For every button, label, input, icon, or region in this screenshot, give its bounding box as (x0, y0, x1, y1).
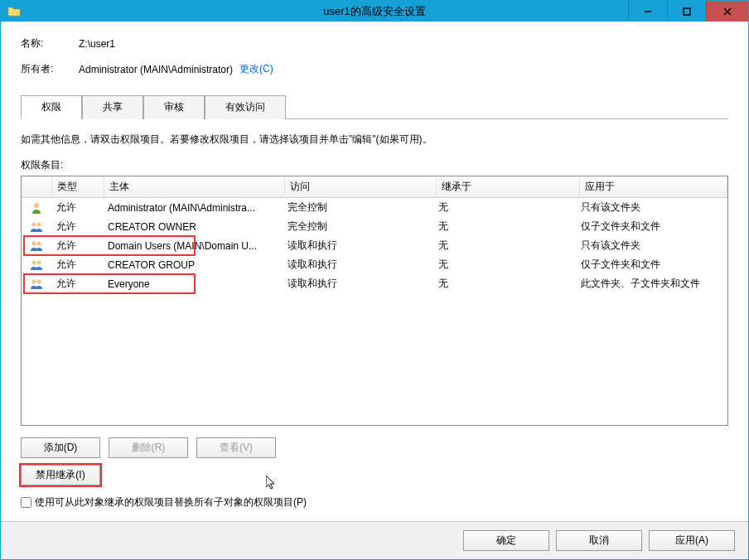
tab-share[interactable]: 共享 (82, 95, 143, 119)
row-access: 完全控制 (283, 199, 433, 216)
change-owner-link[interactable]: 更改(C) (239, 62, 273, 76)
window-title: user1的高级安全设置 (1, 4, 748, 19)
row-access: 读取和执行 (283, 275, 433, 292)
svg-point-4 (34, 203, 39, 208)
permission-grid: 类型 主体 访问 继承于 应用于 允许Administrator (MAIN\A… (21, 176, 728, 426)
tab-audit[interactable]: 审核 (143, 95, 205, 119)
tab-effective-access[interactable]: 有效访问 (205, 95, 286, 119)
grid-body: 允许Administrator (MAIN\Administra...完全控制无… (22, 198, 727, 293)
row-inherited-from: 无 (433, 199, 576, 216)
owner-row: 所有者: Administrator (MAIN\Administrator) … (21, 62, 728, 76)
user-icon (22, 200, 51, 216)
ok-button[interactable]: 确定 (463, 530, 549, 551)
apply-button[interactable]: 应用(A) (649, 530, 735, 551)
content-area: 名称: Z:\user1 所有者: Administrator (MAIN\Ad… (1, 22, 748, 521)
view-button: 查看(V) (196, 437, 276, 458)
row-access: 读取和执行 (283, 256, 433, 273)
row-principal: Domain Users (MAIN\Domain U... (103, 239, 283, 253)
svg-point-12 (37, 279, 41, 283)
row-principal: Administrator (MAIN\Administra... (103, 200, 283, 215)
row-applies-to: 此文件夹、子文件夹和文件 (576, 275, 727, 292)
col-applies-to[interactable]: 应用于 (580, 176, 727, 197)
row-type: 允许 (51, 275, 103, 292)
row-inherited-from: 无 (433, 256, 576, 273)
row-type: 允许 (51, 218, 103, 235)
svg-point-7 (32, 241, 36, 245)
name-label: 名称: (21, 36, 79, 51)
row-type: 允许 (51, 199, 103, 216)
tab-strip: 权限 共享 审核 有效访问 (21, 94, 728, 119)
bottom-bar: 确定 取消 应用(A) (1, 521, 748, 559)
row-type: 允许 (51, 256, 103, 273)
svg-point-10 (37, 260, 41, 264)
hint-text: 如需其他信息，请双击权限项目。若要修改权限项目，请选择该项目并单击"编辑"(如果… (21, 133, 728, 147)
group-icon (22, 276, 51, 292)
disable-inheritance-button[interactable]: 禁用继承(I) (21, 465, 100, 485)
svg-point-11 (32, 279, 36, 283)
row-principal: CREATOR OWNER (103, 220, 283, 234)
add-button[interactable]: 添加(D) (21, 437, 100, 458)
row-applies-to: 仅子文件夹和文件 (576, 256, 727, 273)
owner-label: 所有者: (21, 62, 79, 76)
col-type[interactable]: 类型 (52, 176, 104, 197)
group-icon (22, 257, 51, 273)
row-access: 读取和执行 (283, 237, 433, 254)
col-inherited-from[interactable]: 继承于 (437, 176, 580, 197)
table-row[interactable]: 允许CREATOR OWNER完全控制无仅子文件夹和文件 (22, 217, 727, 236)
col-icon[interactable] (22, 176, 52, 197)
row-type: 允许 (51, 237, 103, 254)
replace-child-permissions-checkbox[interactable] (21, 497, 31, 508)
col-principal[interactable]: 主体 (104, 176, 285, 197)
svg-point-8 (37, 241, 41, 245)
cancel-button[interactable]: 取消 (556, 530, 642, 551)
security-settings-window: user1的高级安全设置 名称: Z:\user1 所有者: Administr… (0, 0, 749, 560)
table-row[interactable]: 允许Domain Users (MAIN\Domain U...读取和执行无只有… (22, 236, 727, 255)
row-applies-to: 仅子文件夹和文件 (576, 218, 727, 235)
table-row[interactable]: 允许Everyone读取和执行无此文件夹、子文件夹和文件 (22, 274, 727, 293)
tab-permissions[interactable]: 权限 (21, 95, 82, 119)
remove-button: 删除(R) (109, 437, 188, 458)
name-value: Z:\user1 (79, 38, 115, 50)
row-principal: CREATOR GROUP (103, 258, 283, 273)
group-icon (22, 238, 51, 254)
row-applies-to: 只有该文件夹 (576, 237, 727, 254)
row-access: 完全控制 (283, 218, 433, 235)
table-row[interactable]: 允许Administrator (MAIN\Administra...完全控制无… (22, 198, 727, 217)
entries-label: 权限条目: (21, 158, 728, 172)
row-principal: Everyone (103, 277, 283, 292)
col-access[interactable]: 访问 (285, 176, 437, 197)
owner-value: Administrator (MAIN\Administrator) (79, 64, 233, 75)
row-applies-to: 只有该文件夹 (576, 199, 727, 216)
grid-header: 类型 主体 访问 继承于 应用于 (22, 176, 727, 198)
row-inherited-from: 无 (433, 237, 576, 254)
name-row: 名称: Z:\user1 (21, 36, 728, 51)
svg-point-5 (32, 222, 36, 226)
group-icon (22, 219, 51, 235)
table-row[interactable]: 允许CREATOR GROUP读取和执行无仅子文件夹和文件 (22, 255, 727, 274)
row-inherited-from: 无 (433, 218, 576, 235)
titlebar[interactable]: user1的高级安全设置 (1, 1, 748, 22)
replace-child-permissions-label: 使用可从此对象继承的权限项目替换所有子对象的权限项目(P) (35, 495, 307, 509)
row-inherited-from: 无 (433, 275, 576, 292)
svg-point-9 (32, 260, 36, 264)
svg-point-6 (37, 222, 41, 226)
